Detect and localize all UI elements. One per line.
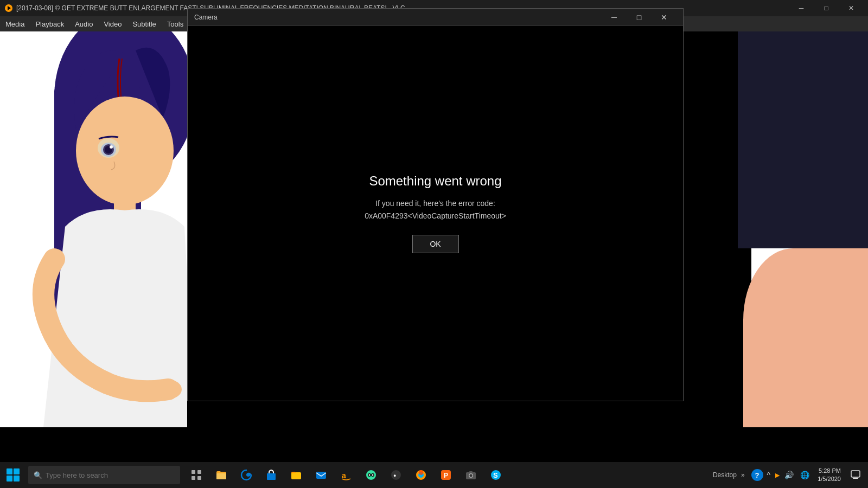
svg-rect-39 (851, 471, 860, 477)
system-tray-icons: ^ ▶ 🔊 🌐 (765, 471, 812, 479)
start-button[interactable] (0, 462, 26, 488)
search-icon: 🔍 (34, 471, 42, 479)
amazon-icon[interactable]: a (334, 463, 358, 487)
error-code: 0xA00F4293<VideoCaptureStartTimeout> (365, 210, 506, 222)
skype-icon[interactable]: S (484, 463, 508, 487)
svg-rect-13 (197, 470, 201, 474)
camera-title: Camera (194, 14, 602, 21)
store-icon[interactable] (259, 463, 283, 487)
vlc-minimize-button[interactable]: ─ (789, 0, 814, 16)
clock-date: 1/5/2020 (818, 475, 841, 483)
vlc-maximize-button[interactable]: □ (814, 0, 839, 16)
search-input[interactable] (46, 471, 175, 479)
svg-rect-17 (216, 473, 226, 479)
svg-point-4 (76, 97, 174, 205)
show-desktop-button[interactable]: » (741, 471, 745, 479)
orange-app-icon[interactable]: P (434, 463, 458, 487)
tripadvisor-icon[interactable] (359, 463, 383, 487)
vlc-icon (4, 4, 13, 12)
taskbar-search-box[interactable]: 🔍 (28, 466, 180, 484)
camera-error-description: If you need it, here's the error code: 0… (365, 197, 506, 222)
svg-point-11 (155, 380, 182, 399)
clock-time: 5:28 PM (818, 467, 841, 475)
anime-character-svg (0, 31, 206, 427)
camera-titlebar: Camera ─ □ ✕ (188, 9, 683, 26)
system-clock[interactable]: 5:28 PM 1/5/2020 (813, 467, 845, 484)
volume-icon[interactable]: 🔊 (783, 471, 795, 479)
error-desc-line1: If you need it, here's the error code: (365, 197, 506, 209)
menu-playback[interactable]: Playback (30, 18, 69, 30)
vlc-tray-icon[interactable]: ▶ (775, 472, 780, 479)
svg-text:a: a (342, 471, 346, 480)
camera-minimize-button[interactable]: ─ (602, 9, 627, 26)
camera-win-controls: ─ □ ✕ (602, 9, 676, 26)
menu-subtitle[interactable]: Subtitle (127, 18, 161, 30)
camera-dialog: Camera ─ □ ✕ Something went wrong If you… (187, 8, 684, 401)
expand-tray-icon[interactable]: ^ (765, 471, 773, 479)
anime-right-skin (743, 248, 868, 427)
svg-rect-40 (853, 478, 858, 479)
taskview-button[interactable] (184, 463, 208, 487)
svg-rect-15 (197, 476, 201, 480)
svg-text:P: P (444, 472, 448, 479)
folder-icon[interactable] (284, 463, 308, 487)
svg-rect-20 (316, 472, 326, 479)
camera-content: Something went wrong If you need it, her… (188, 26, 683, 401)
camera-error-title: Something went wrong (369, 174, 501, 189)
vlc-close-button[interactable]: ✕ (839, 0, 864, 16)
svg-point-35 (470, 474, 473, 477)
taskbar: 🔍 a (0, 462, 868, 488)
menu-video[interactable]: Video (98, 18, 127, 30)
vlc-window: [2017-03-08] © GET EXTREME BUTT ENLARGEM… (0, 0, 868, 488)
svg-rect-12 (192, 470, 195, 474)
svg-text:S: S (493, 471, 498, 479)
svg-point-26 (372, 474, 374, 476)
svg-point-9 (110, 145, 113, 149)
menu-media[interactable]: Media (0, 18, 30, 30)
svg-point-25 (369, 474, 371, 476)
video-left-panel (0, 31, 206, 427)
windows-logo-icon (7, 468, 20, 481)
taskbar-pinned-icons: a ● P S (184, 463, 508, 487)
edge-browser-icon[interactable] (234, 463, 258, 487)
anime-right-bg (738, 31, 868, 248)
taskbar-system-tray: Desktop » ? ^ ▶ 🔊 🌐 5:28 PM 1/5/2020 (713, 463, 868, 487)
svg-rect-14 (192, 476, 195, 480)
action-center-button[interactable] (847, 463, 864, 487)
vlc-window-controls: ─ □ ✕ (789, 0, 864, 16)
menu-tools[interactable]: Tools (162, 18, 189, 30)
network-icon[interactable]: 🌐 (799, 471, 811, 479)
camera-ok-button[interactable]: OK (412, 235, 459, 253)
dark-app-icon[interactable]: ● (384, 463, 408, 487)
svg-rect-19 (291, 472, 301, 479)
desktop-label: Desktop (713, 471, 737, 479)
svg-rect-36 (469, 471, 473, 473)
camera-taskbar-icon[interactable] (459, 463, 483, 487)
svg-text:●: ● (393, 473, 396, 478)
camera-close-button[interactable]: ✕ (652, 9, 676, 26)
menu-audio[interactable]: Audio (69, 18, 98, 30)
svg-rect-18 (267, 473, 276, 480)
mail-icon[interactable] (309, 463, 333, 487)
file-explorer-icon[interactable] (209, 463, 233, 487)
camera-maximize-button[interactable]: □ (627, 9, 652, 26)
help-notification-icon[interactable]: ? (751, 469, 763, 481)
firefox-icon[interactable] (409, 463, 433, 487)
